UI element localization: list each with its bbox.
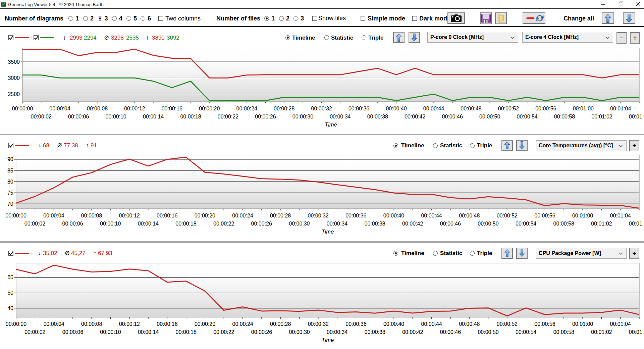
svg-text:00:00:16: 00:00:16 [162, 106, 182, 111]
svg-text:00:01:02: 00:01:02 [591, 114, 612, 119]
svg-text:00:00:14: 00:00:14 [143, 114, 164, 119]
svg-text:00:00:26: 00:00:26 [251, 221, 272, 227]
svg-text:3000: 3000 [8, 75, 20, 81]
svg-text:00:00:22: 00:00:22 [213, 329, 234, 335]
svg-text:00:00:58: 00:00:58 [553, 329, 574, 335]
svg-text:00:00:22: 00:00:22 [218, 114, 238, 119]
svg-text:00:00:08: 00:00:08 [87, 106, 108, 111]
svg-text:00:00:24: 00:00:24 [236, 106, 257, 111]
svg-text:00:00:28: 00:00:28 [270, 321, 291, 327]
svg-text:00:00:36: 00:00:36 [345, 321, 366, 327]
svg-text:00:00:54: 00:00:54 [517, 114, 537, 119]
svg-text:00:00:40: 00:00:40 [383, 321, 404, 327]
svg-text:00:00:10: 00:00:10 [100, 329, 121, 335]
svg-text:00:00:34: 00:00:34 [330, 114, 351, 119]
svg-text:00:00:48: 00:00:48 [461, 106, 481, 111]
svg-text:00:00:20: 00:00:20 [195, 213, 215, 218]
svg-text:00:00:46: 00:00:46 [440, 221, 461, 227]
svg-text:00:00:38: 00:00:38 [365, 329, 385, 335]
svg-text:00:01:04: 00:01:04 [610, 213, 631, 218]
svg-text:00:00:50: 00:00:50 [478, 221, 498, 227]
svg-text:00:00:42: 00:00:42 [402, 329, 423, 335]
svg-text:00:00:52: 00:00:52 [497, 213, 518, 218]
svg-text:00:00:40: 00:00:40 [383, 213, 404, 218]
svg-text:00:00:24: 00:00:24 [232, 213, 253, 218]
svg-text:00:00:08: 00:00:08 [81, 321, 102, 327]
svg-text:00:00:54: 00:00:54 [516, 329, 536, 335]
svg-text:00:00:06: 00:00:06 [68, 114, 89, 119]
svg-text:00:00:50: 00:00:50 [479, 114, 500, 119]
svg-text:00:00:56: 00:00:56 [534, 321, 555, 327]
svg-text:00:00:18: 00:00:18 [180, 114, 201, 119]
svg-text:00:00:32: 00:00:32 [308, 213, 329, 218]
svg-text:2500: 2500 [8, 91, 20, 97]
svg-text:00:00:50: 00:00:50 [478, 329, 498, 335]
svg-text:00:00:18: 00:00:18 [176, 329, 197, 335]
svg-text:40: 40 [7, 305, 13, 311]
svg-text:00:00:14: 00:00:14 [138, 329, 159, 335]
svg-text:00:00:12: 00:00:12 [119, 321, 140, 327]
svg-text:Time: Time [322, 337, 334, 343]
svg-text:00:00:46: 00:00:46 [440, 329, 461, 335]
svg-text:00:00:40: 00:00:40 [386, 106, 407, 111]
svg-text:00:00:22: 00:00:22 [213, 221, 234, 227]
svg-text:3500: 3500 [8, 59, 20, 65]
svg-text:00:00:28: 00:00:28 [274, 106, 294, 111]
svg-text:00:00:30: 00:00:30 [289, 329, 310, 335]
svg-text:00:01:06: 00:01:06 [629, 221, 644, 227]
svg-text:00:00:30: 00:00:30 [292, 114, 313, 119]
svg-text:00:00:36: 00:00:36 [345, 213, 366, 218]
svg-text:00:01:04: 00:01:04 [610, 321, 631, 327]
svg-text:00:01:02: 00:01:02 [591, 221, 612, 227]
svg-text:90: 90 [7, 156, 13, 162]
svg-text:00:01:06: 00:01:06 [629, 329, 644, 335]
svg-text:00:00:04: 00:00:04 [43, 321, 64, 327]
svg-text:00:00:06: 00:00:06 [62, 329, 83, 335]
svg-text:00:00:46: 00:00:46 [442, 114, 463, 119]
svg-text:00:00:16: 00:00:16 [157, 321, 177, 327]
svg-text:00:00:16: 00:00:16 [157, 213, 177, 218]
svg-text:00:00:28: 00:00:28 [270, 213, 291, 218]
svg-text:Time: Time [325, 121, 337, 128]
svg-text:00:00:08: 00:00:08 [81, 213, 102, 218]
svg-text:00:00:34: 00:00:34 [327, 221, 347, 227]
svg-text:00:00:30: 00:00:30 [289, 221, 310, 227]
svg-text:00:01:04: 00:01:04 [610, 106, 631, 111]
svg-text:00:00:56: 00:00:56 [534, 213, 555, 218]
svg-text:00:00:44: 00:00:44 [421, 213, 442, 218]
svg-text:00:00:10: 00:00:10 [105, 114, 126, 119]
svg-text:00:00:12: 00:00:12 [119, 213, 140, 218]
svg-text:00:01:00: 00:01:00 [572, 321, 593, 327]
svg-text:00:00:02: 00:00:02 [24, 221, 45, 227]
svg-text:00:00:34: 00:00:34 [327, 329, 347, 335]
svg-text:50: 50 [7, 290, 13, 296]
svg-text:00:00:44: 00:00:44 [421, 321, 442, 327]
svg-text:00:00:42: 00:00:42 [402, 221, 423, 227]
svg-text:Time: Time [322, 229, 334, 235]
svg-text:00:00:00: 00:00:00 [6, 321, 26, 327]
svg-text:00:00:00: 00:00:00 [6, 213, 26, 218]
svg-text:00:00:58: 00:00:58 [554, 114, 575, 119]
svg-text:70: 70 [7, 201, 13, 207]
svg-text:00:00:38: 00:00:38 [367, 114, 388, 119]
svg-text:00:00:20: 00:00:20 [195, 321, 215, 327]
svg-text:00:00:20: 00:00:20 [199, 106, 220, 111]
svg-text:00:00:48: 00:00:48 [459, 213, 480, 218]
svg-text:00:00:44: 00:00:44 [423, 106, 444, 111]
svg-text:00:00:10: 00:00:10 [100, 221, 121, 227]
svg-text:00:00:52: 00:00:52 [498, 106, 519, 111]
svg-text:00:00:02: 00:00:02 [31, 114, 52, 119]
svg-text:00:00:36: 00:00:36 [348, 106, 369, 111]
svg-text:00:01:06: 00:01:06 [629, 114, 644, 119]
svg-text:00:00:18: 00:00:18 [175, 221, 196, 227]
svg-text:75: 75 [7, 190, 13, 196]
svg-text:00:00:00: 00:00:00 [12, 106, 33, 111]
svg-text:00:00:14: 00:00:14 [138, 221, 159, 227]
svg-text:00:00:06: 00:00:06 [62, 221, 83, 227]
svg-text:00:01:00: 00:01:00 [572, 213, 593, 218]
svg-text:00:00:12: 00:00:12 [124, 106, 145, 111]
svg-text:00:00:24: 00:00:24 [232, 321, 253, 327]
svg-text:00:00:26: 00:00:26 [255, 114, 276, 119]
svg-text:00:00:52: 00:00:52 [497, 321, 518, 327]
svg-text:00:00:58: 00:00:58 [553, 221, 574, 227]
